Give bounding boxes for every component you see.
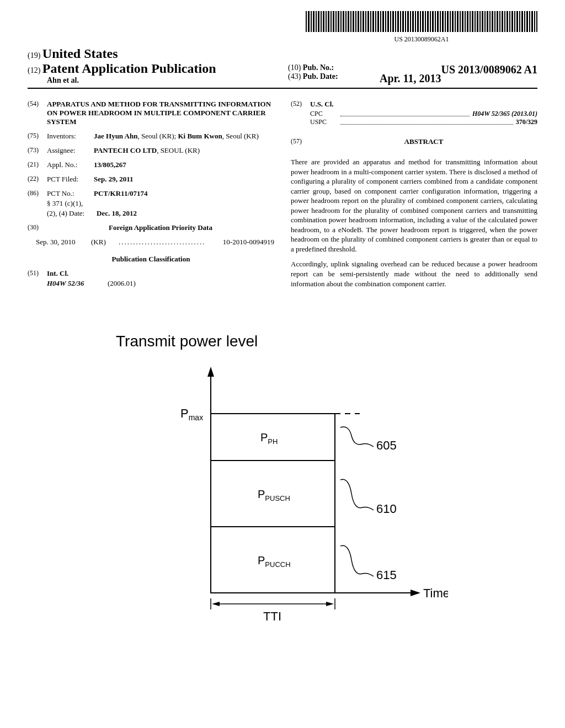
abstract-num: (57) [291, 137, 310, 152]
intcl-field: (51) Int. Cl. [28, 269, 274, 278]
intcl-code: H04W 52/36 [47, 279, 108, 288]
pctfiled-field: (22) PCT Filed: Sep. 29, 2011 [28, 175, 274, 184]
abstract-heading: ABSTRACT [310, 137, 537, 146]
inventors-num: (75) [28, 132, 47, 141]
figure-section: Transmit power level PPH PPUSCH PPUCCH 6… [28, 333, 537, 637]
inventors-label: Inventors: [47, 132, 94, 141]
uscl-label: U.S. Cl. [310, 100, 334, 109]
priority-heading-row: (30) Foreign Application Priority Data [28, 223, 274, 232]
pctno-value: PCT/KR11/07174 [94, 189, 274, 198]
chart-svg: PPH PPUSCH PPUCCH 605 610 615 Pmax Time … [117, 361, 448, 637]
blank-num2 [28, 209, 47, 218]
pmax-label: Pmax [180, 406, 203, 422]
abstract-p2: Accordingly, uplink signaling overhead c… [291, 259, 537, 288]
applno-value: 13/805,267 [94, 160, 274, 169]
section371-date-field: (2), (4) Date: Dec. 18, 2012 [28, 209, 274, 218]
label-ppucch: PPUCCH [258, 554, 291, 569]
priority-country: (KR) [91, 238, 119, 247]
intcl-year: (2006.01) [108, 279, 136, 288]
figure-title: Transmit power level [116, 333, 537, 350]
country-line: (19) United States [28, 46, 277, 61]
title-num: (54) [28, 100, 47, 126]
pctno-num: (86) [28, 189, 47, 198]
right-column: (52) U.S. Cl. CPC H04W 52/365 (2013.01) … [291, 100, 537, 294]
applno-num: (21) [28, 160, 47, 169]
header-section: (19) United States (12) Patent Applicati… [28, 46, 537, 89]
abstract-heading-row: (57) ABSTRACT [291, 137, 537, 152]
region-ppusch [211, 461, 335, 527]
pubno-num: (10) [288, 63, 301, 72]
country-name: United States [42, 46, 118, 61]
pubdate-value: Apr. 11, 2013 [380, 72, 441, 85]
header-right: (10) Pub. No.: US 2013/0089062 A1 (43) P… [277, 63, 537, 85]
uspc-label: USPC [310, 118, 338, 126]
section371-label: § 371 (c)(1), [47, 199, 274, 208]
tti-arrow-right [326, 602, 334, 606]
invention-title: APPARATUS AND METHOD FOR TRANSMITTING IN… [47, 100, 274, 126]
pctfiled-label: PCT Filed: [47, 175, 94, 184]
label-ppusch: PPUSCH [258, 488, 290, 502]
inventors-field: (75) Inventors: Jae Hyun Ahn, Seoul (KR)… [28, 132, 274, 141]
priority-row: Sep. 30, 2010 (KR) .....................… [36, 238, 274, 247]
priority-date: Sep. 30, 2010 [36, 238, 91, 247]
applno-field: (21) Appl. No.: 13/805,267 [28, 160, 274, 169]
pubdate-num: (43) [288, 72, 301, 81]
region-ppucch [211, 527, 335, 593]
pub-title: Patent Application Publication [42, 61, 216, 76]
inventors-value: Jae Hyun Ahn, Seoul (KR); Ki Bum Kwon, S… [94, 132, 274, 141]
priority-heading: Foreign Application Priority Data [47, 223, 274, 232]
pubdate-label: Pub. Date: [303, 72, 338, 81]
uscl-num: (52) [291, 100, 310, 109]
assignee-num: (73) [28, 146, 47, 155]
authors: Ahn et al. [47, 76, 277, 85]
applno-label: Appl. No.: [47, 160, 94, 169]
pctno-label: PCT No.: [47, 189, 94, 198]
dotted-fill-1 [340, 110, 470, 116]
title-field: (54) APPARATUS AND METHOD FOR TRANSMITTI… [28, 100, 274, 126]
y-axis-arrow [207, 367, 214, 377]
ref-curve-615 [340, 545, 363, 574]
barcode-section: US 20130089062A1 [28, 11, 537, 44]
tti-label: TTI [263, 609, 281, 623]
priority-dots: .............................. [119, 238, 223, 247]
assignee-label: Assignee: [47, 146, 94, 155]
ref-tail-605 [363, 444, 374, 447]
cpc-line: CPC H04W 52/365 (2013.01) [310, 110, 537, 118]
publication-line: (12) Patent Application Publication [28, 61, 277, 76]
pubno-line: (10) Pub. No.: US 2013/0089062 A1 [288, 63, 537, 72]
dotted-fill-2 [340, 118, 513, 125]
ref-605: 605 [376, 438, 397, 452]
label-pph: PPH [260, 431, 278, 446]
ref-tail-610 [363, 507, 374, 510]
ref-610: 610 [376, 502, 397, 516]
section371-field: § 371 (c)(1), [28, 199, 274, 208]
barcode-text: US 20130089062A1 [306, 35, 537, 44]
priority-value: 10-2010-0094919 [223, 238, 274, 247]
section371-date-label: (2), (4) Date: [47, 209, 97, 218]
blank-num [28, 199, 47, 208]
time-label: Time [423, 586, 448, 600]
assignee-value: PANTECH CO LTD, SEOUL (KR) [94, 146, 274, 155]
section371-date-value: Dec. 18, 2012 [97, 209, 274, 218]
pctno-field: (86) PCT No.: PCT/KR11/07174 [28, 189, 274, 198]
pctfiled-num: (22) [28, 175, 47, 184]
header-left: (19) United States (12) Patent Applicati… [28, 46, 277, 85]
cpc-value: H04W 52/365 (2013.01) [472, 110, 537, 118]
ref-615: 615 [376, 568, 397, 582]
intcl-entry: H04W 52/36 (2006.01) [47, 279, 274, 288]
uspc-value: 370/329 [516, 118, 537, 126]
intcl-label: Int. Cl. [47, 269, 68, 278]
pubno-value: US 2013/0089062 A1 [441, 63, 537, 76]
uspc-line: USPC 370/329 [310, 118, 537, 126]
left-column: (54) APPARATUS AND METHOD FOR TRANSMITTI… [28, 100, 274, 294]
intcl-num: (51) [28, 269, 47, 278]
tti-arrow-left [212, 602, 220, 606]
uscl-field: (52) U.S. Cl. [291, 100, 537, 109]
cpc-label: CPC [310, 110, 338, 118]
pub-num: (12) [28, 66, 40, 74]
x-axis-arrow [411, 590, 420, 596]
pubno-label: Pub. No.: [303, 63, 334, 72]
barcode-graphic [306, 11, 537, 32]
ref-curve-605 [340, 427, 363, 445]
ref-curve-610 [340, 479, 363, 507]
